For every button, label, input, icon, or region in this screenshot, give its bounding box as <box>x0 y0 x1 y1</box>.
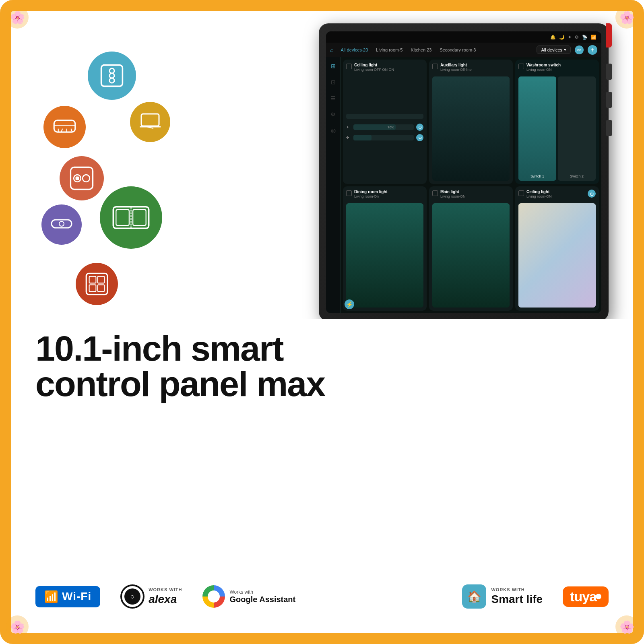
screen-sidebar: ⊞ ⊡ ☰ ⚙ ◎ <box>326 57 341 313</box>
switch-2-button[interactable]: Switch 2 <box>558 76 596 181</box>
alexa-works-with-text: WORKS WITH <box>149 587 182 592</box>
status-wifi-icon: 📶 <box>591 35 597 40</box>
brightness-track[interactable]: 70% <box>353 124 414 130</box>
brightness-slider-row[interactable]: ✦ 70% ⏻ <box>346 124 423 131</box>
top-section: 🔔 🌙 ✦ ⚙ 📡 📶 ⌂ All devices·20 Living room… <box>11 11 633 341</box>
main-light-sub: Living room·ON <box>440 194 466 199</box>
alexa-name-text: alexa <box>149 593 182 606</box>
switch-1-label: Switch 1 <box>530 174 544 178</box>
switch-1-button[interactable]: Switch 1 <box>518 76 556 181</box>
color-icon: ✤ <box>346 136 351 140</box>
svg-point-10 <box>109 73 114 78</box>
side-button-1 <box>606 64 612 80</box>
svg-rect-35 <box>98 285 105 292</box>
avatar-count: 88 <box>577 48 581 52</box>
ceiling-light-sliders: ✦ 70% ⏻ ✤ <box>346 75 423 181</box>
tab-kitchen[interactable]: Kitchen·23 <box>407 47 435 53</box>
sidebar-list-icon[interactable]: ☰ <box>329 95 337 103</box>
smartlife-icon: 🏠 <box>462 584 486 609</box>
device-icons-area <box>35 43 188 305</box>
top-ceiling-icon <box>518 190 524 196</box>
card-dining-light[interactable]: Dining room light Living room·On <box>343 186 427 311</box>
card-top-ceiling-light[interactable]: Ceiling light Living room·ON ⏻ <box>515 186 599 311</box>
sidebar-grid-icon[interactable]: ⊞ <box>329 63 337 71</box>
main-light-bg <box>432 203 510 308</box>
google-text-block: Works with Google Assistant <box>230 589 296 604</box>
card-main-light[interactable]: Main light Living room·ON <box>429 186 513 311</box>
home-icon[interactable]: ⌂ <box>330 47 333 53</box>
svg-rect-33 <box>98 277 105 283</box>
top-ceiling-power-btn[interactable]: ⏻ <box>588 190 596 198</box>
card-aux-light[interactable]: Auxillary light Living room·Off-line <box>429 60 513 184</box>
color-fill <box>353 135 372 140</box>
alexa-ring: ○ <box>120 584 144 609</box>
wifi-label: Wi-Fi <box>62 590 91 603</box>
color-track[interactable] <box>353 135 414 140</box>
aux-light-bg <box>432 76 510 181</box>
card-main-header: Main light Living room·ON <box>432 190 510 199</box>
tab-all-devices[interactable]: All devices·20 <box>337 47 371 53</box>
svg-rect-32 <box>89 277 96 283</box>
page-content: 🔔 🌙 ✦ ⚙ 📡 📶 ⌂ All devices·20 Living room… <box>11 11 633 633</box>
svg-rect-29 <box>133 210 146 226</box>
svg-text:🌸: 🌸 <box>619 620 635 634</box>
status-link-icon: ⚙ <box>575 35 579 40</box>
dining-light-icon <box>346 190 352 196</box>
tablet-mockup: 🔔 🌙 ✦ ⚙ 📡 📶 ⌂ All devices·20 Living room… <box>319 23 621 329</box>
tab-secondary-room[interactable]: Secondary room·3 <box>436 47 479 53</box>
svg-rect-12 <box>54 120 75 132</box>
user-avatar[interactable]: 88 <box>575 45 584 54</box>
google-assistant-badge: Works with Google Assistant <box>202 585 296 608</box>
tab-living-room[interactable]: Living room·5 <box>373 47 406 53</box>
card-dining-header: Dining room light Living room·On <box>346 190 423 199</box>
svg-point-9 <box>109 68 114 73</box>
color-slider-row[interactable]: ✤ ⏻ <box>346 134 423 141</box>
card-washroom-switch[interactable]: Washroom switch Living room·ON Switch 1 <box>515 60 599 184</box>
sidebar-settings-icon[interactable]: ⚙ <box>329 111 337 119</box>
screen-bottom-indicator[interactable]: ⚡ <box>345 299 354 309</box>
card-ceiling-light[interactable]: Ceiling light Living room·OFF ON ON ✦ <box>343 60 427 184</box>
svg-point-11 <box>109 78 114 83</box>
ceiling-light-icon <box>346 64 352 69</box>
washroom-switch-title: Washroom switch <box>526 63 561 68</box>
laptop-icon <box>130 102 170 142</box>
tablet-screen: 🔔 🌙 ✦ ⚙ 📡 📶 ⌂ All devices·20 Living room… <box>326 31 601 313</box>
all-devices-dropdown[interactable]: All devices ▾ <box>537 45 571 54</box>
color-power-btn[interactable]: ⏻ <box>416 134 423 141</box>
google-dots-inner <box>208 590 220 603</box>
tuya-badge: tuya <box>563 586 609 607</box>
top-ceiling-sub: Living room·ON <box>526 194 588 199</box>
logos-bar: 📶 Wi-Fi ○ WORKS WITH alexa <box>35 572 609 621</box>
corner-decoration-tl: 🌸 <box>3 3 31 31</box>
dining-light-title: Dining room light <box>354 190 388 194</box>
tuya-text: tuya <box>570 589 597 605</box>
svg-rect-18 <box>141 114 159 126</box>
switch-panel-icon <box>88 52 136 100</box>
curtain-icon <box>100 186 162 249</box>
washroom-switch-icon <box>518 64 524 69</box>
sidebar-scene-icon[interactable]: ◎ <box>329 127 337 135</box>
corner-decoration-bl: 🌸 <box>3 613 31 641</box>
svg-rect-28 <box>116 210 129 226</box>
status-signal-icon: 📡 <box>582 35 588 40</box>
main-light-title: Main light <box>440 190 466 194</box>
ceiling-light-title: Ceiling light <box>354 63 394 68</box>
svg-text:🌸: 🌸 <box>10 620 25 634</box>
ac-icon <box>43 106 86 148</box>
brightness-power-btn[interactable]: ⏻ <box>416 124 423 131</box>
speaker-icon <box>41 204 82 245</box>
brightness-bar-empty <box>346 114 423 119</box>
brightness-value: 70% <box>388 126 394 129</box>
add-device-button[interactable]: + <box>588 45 597 55</box>
side-button-3 <box>606 120 612 136</box>
sidebar-switch-icon[interactable]: ⊡ <box>329 79 337 87</box>
dropdown-chevron: ▾ <box>564 47 566 52</box>
svg-point-23 <box>83 175 90 182</box>
wifi-badge: 📶 Wi-Fi <box>35 586 100 607</box>
aux-light-status: Living room·Off-line <box>440 68 472 72</box>
google-dots-icon <box>202 585 225 608</box>
status-moon-icon: 🌙 <box>559 35 565 40</box>
google-assistant-name: Google Assistant <box>230 595 296 604</box>
wifi-waves-icon: 📶 <box>44 590 59 603</box>
tabs-navigation[interactable]: ⌂ All devices·20 Living room·5 Kitchen·2… <box>326 43 601 57</box>
